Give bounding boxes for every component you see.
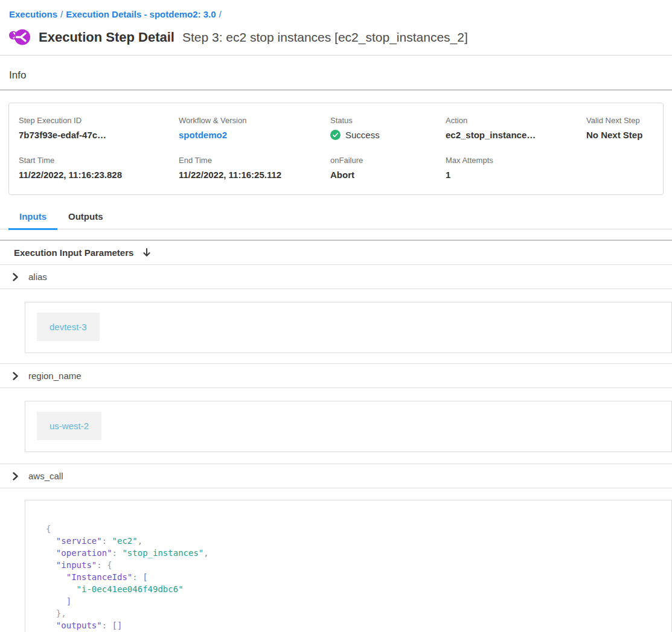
field-value: 11/22/2022, 11:16:23.828 [19, 170, 179, 180]
info-section-heading: Info [0, 56, 672, 89]
spacer [0, 229, 672, 240]
page-subtitle: Step 3: ec2 stop instances [ec2_stop_ins… [182, 30, 468, 45]
download-arrow-icon[interactable] [142, 248, 151, 258]
field-label: Status [330, 116, 446, 125]
breadcrumb: Executions/Execution Details - spotdemo2… [0, 0, 672, 19]
field-label: Valid Next Step [586, 116, 663, 125]
field-value: Abort [330, 170, 446, 180]
chevron-right-icon [13, 472, 18, 480]
field-end-time: End Time 11/22/2022, 11:16:25.112 [179, 156, 330, 180]
field-max-attempts: Max Attempts 1 [446, 156, 586, 180]
region-name-value-chip: us-west-2 [37, 412, 101, 440]
field-label: Max Attempts [446, 156, 586, 165]
field-action: Action ec2_stop_instance… [446, 116, 586, 140]
execution-step-detail-page: Executions/Execution Details - spotdemo2… [0, 0, 672, 632]
status-text: Success [345, 130, 380, 140]
spacer [0, 353, 672, 363]
field-onfailure: onFailure Abort [330, 156, 446, 180]
field-label: onFailure [330, 156, 446, 165]
page-title-row: Execution Step Detail Step 3: ec2 stop i… [0, 19, 672, 47]
chevron-right-icon [13, 372, 18, 380]
field-value: 1 [446, 170, 586, 180]
field-value: No Next Step [586, 130, 663, 140]
field-step-execution-id: Step Execution ID 7b73f93e-edaf-47c… [19, 116, 179, 140]
field-label: End Time [179, 156, 330, 165]
field-start-time: Start Time 11/22/2022, 11:16:23.828 [19, 156, 179, 180]
param-row-aws-call[interactable]: aws_call [0, 464, 672, 488]
field-status: Status Success [330, 116, 446, 140]
breadcrumb-separator: / [216, 9, 225, 19]
io-tabs: Inputs Outputs [0, 208, 672, 229]
field-label: Step Execution ID [19, 116, 179, 125]
info-heading-divider [0, 89, 672, 91]
field-valid-next-step: Valid Next Step No Next Step [586, 116, 663, 140]
field-label: Action [446, 116, 586, 125]
breadcrumb-link-executions[interactable]: Executions [9, 9, 57, 19]
alias-value-chip: devtest-3 [37, 313, 100, 341]
page-title: Execution Step Detail [39, 30, 174, 45]
param-row-divider [0, 289, 672, 289]
execution-input-parameters-header: Execution Input Parameters [0, 241, 672, 264]
aws-call-code-box: { "service": "ec2", "operation": "stop_i… [25, 500, 672, 632]
tab-outputs[interactable]: Outputs [57, 208, 114, 229]
param-name: aws_call [28, 471, 63, 481]
param-row-alias[interactable]: alias [0, 265, 672, 289]
workflow-link[interactable]: spotdemo2 [179, 130, 330, 140]
code-block: { "service": "ec2", "operation": "stop_i… [46, 523, 671, 632]
info-grid: Step Execution ID 7b73f93e-edaf-47c… Wor… [19, 116, 663, 180]
breadcrumb-link-execution-details[interactable]: Execution Details - spotdemo2: 3.0 [66, 9, 216, 19]
param-row-divider [0, 388, 672, 388]
tab-inputs[interactable]: Inputs [8, 208, 57, 229]
workflow-logo-icon [8, 28, 31, 46]
param-row-region-name[interactable]: region_name [0, 364, 672, 388]
field-label: Workflow & Version [179, 116, 330, 125]
param-name: region_name [28, 371, 82, 381]
region-name-value-box: us-west-2 [25, 401, 672, 452]
field-value: 7b73f93e-edaf-47c… [19, 130, 179, 140]
field-workflow-version: Workflow & Version spotdemo2 [179, 116, 330, 140]
info-card: Step Execution ID 7b73f93e-edaf-47c… Wor… [8, 103, 664, 195]
breadcrumb-separator: / [57, 9, 66, 19]
field-value: 11/22/2022, 11:16:25.112 [179, 170, 330, 180]
param-name: alias [28, 272, 47, 282]
field-value: ec2_stop_instance… [446, 130, 586, 140]
alias-value-box: devtest-3 [25, 302, 672, 353]
field-label: Start Time [19, 156, 179, 165]
success-check-icon [330, 130, 341, 140]
status-badge: Success [330, 130, 446, 140]
spacer [0, 452, 672, 464]
param-row-divider [0, 488, 672, 488]
execution-input-parameters-label: Execution Input Parameters [14, 247, 133, 258]
chevron-right-icon [13, 273, 18, 281]
field-empty [586, 156, 663, 180]
